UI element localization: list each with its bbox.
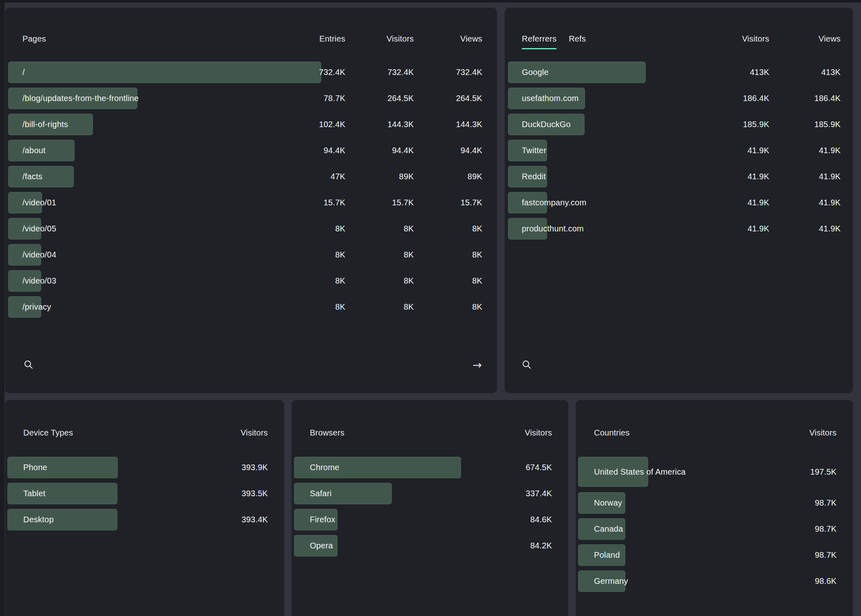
table-row[interactable]: Google413K413K: [505, 62, 853, 83]
referrers-card-header: Visitors Views: [505, 33, 853, 45]
column-header-views[interactable]: Views: [460, 33, 482, 44]
row-value: 197.5K: [810, 457, 837, 487]
device-types-rows: Phone393.9KTablet393.5KDesktop393.4K: [5, 457, 284, 535]
row-label: fastcompany.com: [522, 192, 586, 213]
column-header-entries[interactable]: Entries: [319, 33, 345, 44]
device-types-card-header: Device Types Visitors: [5, 427, 284, 439]
table-row[interactable]: /bill-of-rights102.4K144.3K144.3K: [5, 114, 497, 135]
row-value: 8K: [404, 270, 414, 292]
row-label: Google: [522, 62, 549, 83]
device-types-card: Device Types Visitors Phone393.9KTablet3…: [5, 400, 284, 616]
table-row[interactable]: /about94.4K94.4K94.4K: [5, 140, 497, 161]
row-value: 8K: [404, 218, 414, 240]
table-row[interactable]: Norway98.7K: [576, 492, 853, 514]
table-row[interactable]: /video/0115.7K15.7K15.7K: [5, 192, 497, 213]
row-value: 89K: [399, 166, 414, 187]
table-row[interactable]: producthunt.com41.9K41.9K: [505, 218, 853, 240]
row-value: 186.4K: [743, 88, 769, 109]
row-label: Phone: [23, 457, 47, 478]
row-value: 41.9K: [748, 192, 769, 213]
row-value: 98.7K: [815, 492, 837, 514]
row-label: Firefox: [310, 509, 336, 530]
row-value: 8K: [335, 218, 345, 240]
search-icon[interactable]: [24, 360, 33, 370]
row-value: 393.4K: [241, 509, 268, 530]
row-label: /blog/updates-from-the-frontline: [22, 88, 139, 109]
table-row[interactable]: United States of America197.5K: [576, 457, 853, 487]
row-value: 393.5K: [241, 483, 268, 504]
pages-card-header: Pages Entries Visitors Views: [5, 33, 497, 45]
row-label: DuckDuckGo: [522, 114, 571, 135]
table-row[interactable]: /732.4K732.4K732.4K: [5, 62, 497, 83]
table-row[interactable]: Reddit41.9K41.9K: [505, 166, 853, 187]
column-header-visitors[interactable]: Visitors: [241, 427, 268, 438]
table-row[interactable]: /video/048K8K8K: [5, 244, 497, 266]
column-header-visitors[interactable]: Visitors: [809, 427, 837, 438]
row-value: 8K: [472, 244, 482, 266]
row-value: 144.3K: [387, 114, 414, 135]
table-row[interactable]: /video/038K8K8K: [5, 270, 497, 292]
table-row[interactable]: DuckDuckGo185.9K185.9K: [505, 114, 853, 135]
table-row[interactable]: Twitter41.9K41.9K: [505, 140, 853, 161]
next-page-arrow-icon[interactable]: →: [472, 359, 482, 371]
row-label: /: [22, 62, 25, 83]
browsers-card: Browsers Visitors Chrome674.5KSafari337.…: [291, 400, 568, 616]
row-label: Germany: [594, 570, 628, 592]
table-row[interactable]: usefathom.com186.4K186.4K: [505, 88, 853, 109]
row-value: 15.7K: [392, 192, 414, 213]
row-value: 94.4K: [392, 140, 414, 161]
table-row[interactable]: Canada98.7K: [576, 518, 853, 540]
row-value: 8K: [472, 270, 482, 292]
row-bar: [294, 483, 392, 504]
row-label: /facts: [22, 166, 42, 187]
row-value: 94.4K: [461, 140, 482, 161]
table-row[interactable]: fastcompany.com41.9K41.9K: [505, 192, 853, 213]
table-row[interactable]: /blog/updates-from-the-frontline78.7K264…: [5, 88, 497, 109]
row-value: 264.5K: [387, 88, 414, 109]
browsers-card-header: Browsers Visitors: [291, 427, 568, 439]
table-row[interactable]: Germany98.6K: [576, 570, 853, 592]
row-label: /video/04: [22, 244, 56, 266]
table-row[interactable]: /video/058K8K8K: [5, 218, 497, 240]
table-row[interactable]: Phone393.9K: [5, 457, 284, 478]
row-value: 186.4K: [814, 88, 841, 109]
table-row[interactable]: /facts47K89K89K: [5, 166, 497, 187]
row-value: 98.6K: [815, 570, 837, 592]
referrers-rows: Google413K413Kusefathom.com186.4K186.4KD…: [505, 62, 853, 244]
row-label: /video/03: [22, 270, 56, 292]
row-value: 732.4K: [387, 62, 414, 83]
row-value: 674.5K: [525, 457, 552, 478]
table-row[interactable]: Opera84.2K: [291, 535, 568, 557]
table-row[interactable]: /privacy8K8K8K: [5, 296, 497, 318]
column-header-visitors[interactable]: Visitors: [742, 33, 769, 44]
column-header-visitors[interactable]: Visitors: [386, 33, 414, 44]
row-label: usefathom.com: [522, 88, 578, 109]
row-value: 78.7K: [324, 88, 345, 109]
table-row[interactable]: Chrome674.5K: [291, 457, 568, 478]
row-label: Tablet: [23, 483, 46, 504]
search-icon[interactable]: [522, 360, 532, 370]
column-header-visitors[interactable]: Visitors: [525, 427, 552, 438]
table-row[interactable]: Safari337.4K: [291, 483, 568, 504]
table-row[interactable]: Poland98.7K: [576, 544, 853, 566]
countries-title: Countries: [594, 427, 629, 438]
row-label: United States of America: [594, 457, 686, 487]
row-bar: [8, 62, 321, 83]
row-value: 185.9K: [814, 114, 841, 135]
browsers-title: Browsers: [310, 427, 344, 438]
row-label: Opera: [310, 535, 333, 557]
column-header-views[interactable]: Views: [819, 33, 841, 44]
row-value: 41.9K: [748, 140, 769, 161]
row-value: 84.6K: [530, 509, 552, 530]
table-row[interactable]: Tablet393.5K: [5, 483, 284, 504]
row-value: 84.2K: [530, 535, 552, 557]
viewport-top-edge: [0, 0, 861, 2]
row-value: 89K: [468, 166, 482, 187]
row-value: 15.7K: [461, 192, 482, 213]
table-row[interactable]: Desktop393.4K: [5, 509, 284, 530]
table-row[interactable]: Firefox84.6K: [291, 509, 568, 530]
row-label: producthunt.com: [522, 218, 584, 240]
row-value: 393.9K: [241, 457, 268, 478]
row-value: 15.7K: [324, 192, 345, 213]
row-value: 41.9K: [819, 218, 841, 240]
